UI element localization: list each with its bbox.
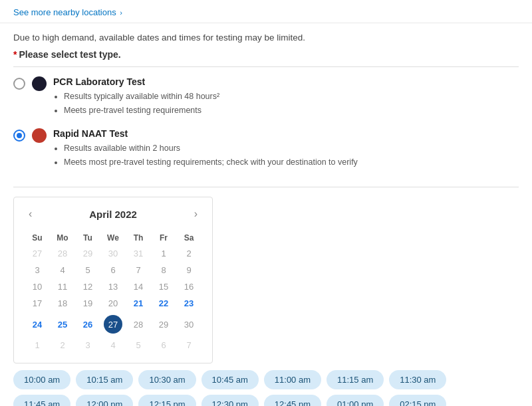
- calendar-day-cell: 30: [176, 312, 201, 337]
- rapid-name: Rapid NAAT Test: [53, 128, 519, 139]
- time-slot-button[interactable]: 11:00 am: [264, 370, 321, 389]
- prev-month-button[interactable]: ‹: [25, 207, 36, 221]
- calendar-day-cell: 4: [50, 262, 75, 278]
- see-more-link[interactable]: See more nearby locations ›: [13, 7, 122, 17]
- calendar-day-cell[interactable]: 23: [176, 295, 201, 312]
- calendar-time-section: ‹ April 2022 › Su Mo Tu We Th Fr Sa 2728…: [0, 187, 532, 366]
- time-slots-section: 10:00 am10:15 am10:30 am10:45 am11:00 am…: [0, 366, 532, 406]
- calendar-day-cell: 11: [50, 278, 75, 295]
- rapid-radio-inner: [17, 133, 22, 138]
- calendar-day-cell: 4: [100, 337, 126, 354]
- time-slot-button[interactable]: 01:00 pm: [327, 395, 384, 406]
- calendar-week-row: 17181920212223: [25, 295, 201, 312]
- demand-notice: Due to high demand, available dates and …: [0, 23, 532, 47]
- day-number: 21: [134, 298, 143, 308]
- day-number: 4: [110, 340, 115, 350]
- calendar-day-cell: 2: [176, 245, 201, 262]
- calendar-day-cell: 15: [151, 278, 176, 295]
- day-number: 25: [58, 320, 67, 330]
- time-slots-row-1: 10:00 am10:15 am10:30 am10:45 am11:00 am…: [13, 370, 519, 389]
- calendar-day-cell: 8: [151, 262, 176, 278]
- day-number: 9: [186, 265, 191, 275]
- day-number: 3: [85, 340, 90, 350]
- weekday-th: Th: [126, 231, 151, 245]
- rapid-bullets: Results available within 2 hours Meets m…: [53, 142, 519, 169]
- day-number: 11: [58, 282, 67, 292]
- pcr-info: PCR Laboratory Test Results typically av…: [53, 76, 519, 118]
- pcr-radio[interactable]: [13, 78, 25, 90]
- calendar-day-cell: 29: [151, 312, 176, 337]
- calendar-day-cell[interactable]: 21: [126, 295, 151, 312]
- rapid-bullet-1: Results available within 2 hours: [64, 142, 519, 155]
- rapid-radio[interactable]: [13, 130, 25, 142]
- day-number: 31: [134, 249, 143, 258]
- calendar-day-cell: 29: [75, 245, 100, 262]
- day-number: 2: [60, 340, 65, 350]
- day-number: 8: [161, 265, 166, 275]
- calendar-week-row: 10111213141516: [25, 278, 201, 295]
- calendar-day-cell: 2: [50, 337, 75, 354]
- demand-notice-text: Due to high demand, available dates and …: [13, 33, 305, 43]
- time-slot-button[interactable]: 10:30 am: [138, 370, 196, 389]
- calendar-day-cell: 7: [126, 262, 151, 278]
- day-number: 20: [108, 298, 118, 308]
- calendar-day-cell: 31: [126, 245, 151, 262]
- time-slot-button[interactable]: 10:15 am: [76, 370, 133, 389]
- day-number: 28: [58, 249, 67, 258]
- pcr-bullet-2: Meets pre-travel testing requirements: [64, 104, 519, 117]
- top-bar: See more nearby locations ›: [0, 0, 532, 23]
- day-number: 1: [161, 249, 166, 258]
- time-slot-button[interactable]: 02:15 pm: [389, 395, 446, 406]
- calendar-weekdays-row: Su Mo Tu We Th Fr Sa: [25, 231, 201, 245]
- rapid-option[interactable]: Rapid NAAT Test Results available within…: [13, 128, 519, 169]
- time-slot-button[interactable]: 11:45 am: [13, 395, 70, 406]
- time-slot-button[interactable]: 10:00 am: [13, 370, 70, 389]
- day-number: 2: [186, 249, 191, 258]
- calendar-day-cell: 20: [100, 295, 126, 312]
- calendar-day-cell: 18: [50, 295, 75, 312]
- calendar-day-cell: 28: [126, 312, 151, 337]
- rapid-bullet-2: Meets most pre-travel testing requiremen…: [64, 155, 519, 169]
- day-number: 7: [136, 265, 140, 275]
- day-number: 6: [161, 340, 166, 350]
- time-slot-button[interactable]: 12:00 pm: [76, 395, 133, 406]
- calendar-day-cell[interactable]: 22: [151, 295, 176, 312]
- rapid-icon: [32, 128, 47, 143]
- calendar-day-cell: 14: [126, 278, 151, 295]
- calendar-day-cell[interactable]: 24: [25, 312, 50, 337]
- time-slot-button[interactable]: 12:45 pm: [264, 395, 321, 406]
- time-slot-button[interactable]: 12:30 pm: [201, 395, 259, 406]
- day-number: 19: [83, 298, 92, 308]
- day-number: 17: [33, 298, 42, 308]
- day-number: 15: [159, 282, 168, 292]
- day-number: 26: [83, 320, 92, 330]
- day-number: 27: [33, 249, 42, 258]
- calendar-grid: Su Mo Tu We Th Fr Sa 2728293031123456789…: [25, 231, 201, 354]
- time-slot-button[interactable]: 11:30 am: [389, 370, 446, 389]
- day-number: 12: [83, 282, 92, 292]
- calendar-day-cell[interactable]: 25: [50, 312, 75, 337]
- calendar-day-cell[interactable]: 26: [75, 312, 100, 337]
- day-number: 16: [184, 282, 194, 292]
- pcr-option[interactable]: PCR Laboratory Test Results typically av…: [13, 76, 519, 118]
- time-slot-button[interactable]: 11:15 am: [327, 370, 384, 389]
- calendar-day-cell: 9: [176, 262, 201, 278]
- calendar-week-row: 272829303112: [25, 245, 201, 262]
- calendar-week-row: 1234567: [25, 337, 201, 354]
- day-number: 23: [184, 298, 194, 308]
- pcr-bullets: Results typically available within 48 ho…: [53, 90, 519, 117]
- time-slot-button[interactable]: 12:15 pm: [138, 395, 196, 406]
- calendar-month-year: April 2022: [89, 209, 137, 220]
- calendar-week-row: 3456789: [25, 262, 201, 278]
- rapid-info: Rapid NAAT Test Results available within…: [53, 128, 519, 169]
- time-slot-button[interactable]: 10:45 am: [201, 370, 259, 389]
- day-number: 4: [60, 265, 65, 275]
- calendar-day-cell: 16: [176, 278, 201, 295]
- calendar-day-cell: 17: [25, 295, 50, 312]
- test-options-section: PCR Laboratory Test Results typically av…: [0, 67, 532, 187]
- next-month-button[interactable]: ›: [190, 207, 201, 221]
- calendar-day-cell[interactable]: 27: [100, 312, 126, 337]
- calendar-day-cell: 6: [151, 337, 176, 354]
- calendar-day-cell: 12: [75, 278, 100, 295]
- day-number: 29: [159, 320, 168, 330]
